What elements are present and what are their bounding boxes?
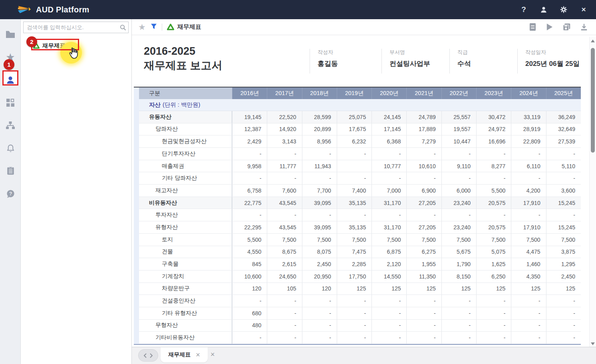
value-cell: 4,200 (511, 185, 546, 197)
value-cell: 7,600 (267, 185, 302, 197)
value-cell: 27,539 (546, 135, 581, 147)
value-cell: 2,450 (546, 271, 581, 282)
report-crumb-label: 재무제표 (177, 23, 201, 31)
row-label-cell: 매출제권 (139, 160, 232, 172)
download-icon[interactable] (580, 23, 588, 31)
favorite-star-icon[interactable]: ★ (138, 23, 146, 31)
value-cell: - (406, 320, 441, 332)
value-cell: - (511, 209, 546, 221)
value-cell: 23,240 (441, 197, 476, 209)
value-cell: - (267, 332, 302, 344)
value-cell: - (546, 172, 581, 184)
meta-block: 작성자홍길동 (310, 49, 338, 74)
table-row: 단기투자자산---------- (139, 148, 581, 160)
value-cell: - (546, 307, 581, 319)
column-header-year: 2024년 (511, 88, 546, 99)
value-cell: 6,250 (476, 271, 511, 282)
tab-next-icon[interactable] (150, 353, 153, 358)
value-cell: 20,575 (476, 197, 511, 209)
meta-value: 2025년 06월 25일 (525, 59, 580, 68)
tab-active[interactable]: 재무제표 × (161, 347, 208, 362)
value-cell: - (546, 320, 581, 332)
user-icon[interactable] (538, 4, 549, 15)
value-cell: 6,275 (406, 246, 441, 258)
document-icon[interactable] (529, 23, 536, 31)
value-cell: - (406, 172, 441, 184)
run-icon[interactable] (546, 23, 553, 31)
value-cell: - (476, 307, 511, 319)
value-cell: - (511, 172, 546, 184)
value-cell: 11,777 (267, 160, 302, 172)
value-cell: 24,650 (267, 271, 302, 282)
value-cell: - (337, 332, 372, 344)
value-cell: 25,075 (337, 111, 372, 123)
value-cell: - (511, 320, 546, 332)
value-cell: 7,475 (337, 246, 372, 258)
value-cell: 2,429 (232, 135, 267, 147)
row-label-cell: 유형자산 (139, 221, 232, 233)
value-cell: 5,500 (476, 185, 511, 197)
column-header-year: 2025년 (546, 88, 581, 99)
value-cell: 10,777 (372, 160, 406, 172)
value-cell: 3,143 (267, 135, 302, 147)
scrollbar-thumb[interactable] (591, 48, 595, 153)
value-cell: 480 (232, 320, 267, 332)
value-cell: - (267, 172, 302, 184)
close-icon[interactable]: × (578, 4, 589, 15)
value-cell: 1,790 (441, 258, 476, 270)
app-window: AUD Platform ? × ★ (0, 0, 596, 364)
value-cell: - (406, 209, 441, 221)
sidebar-item-dashboard[interactable] (0, 95, 21, 110)
value-cell: 31,170 (372, 197, 406, 209)
sidebar-item-orgchart[interactable] (0, 118, 21, 133)
tab-prev-icon[interactable] (143, 353, 147, 358)
value-cell: 6,368 (372, 135, 406, 147)
search-input[interactable] (24, 24, 118, 30)
sidebar-item-folder[interactable] (0, 27, 21, 42)
value-cell: 120 (232, 283, 267, 295)
table-row: 무형자산480--------- (139, 320, 581, 332)
scroll-down-arrow[interactable] (590, 340, 596, 347)
settings-icon[interactable] (558, 4, 569, 15)
value-cell: - (337, 172, 372, 184)
close-all-tabs-icon[interactable]: × (211, 351, 215, 358)
row-label-cell: 재고자산 (139, 185, 232, 197)
table-body: 유동자산19,14522,52028,59925,07524,14524,789… (139, 111, 581, 344)
value-cell: 8,675 (267, 246, 302, 258)
value-cell: - (302, 209, 337, 221)
save-icon[interactable] (562, 23, 571, 31)
sidebar-item-report[interactable] (0, 164, 21, 178)
sidebar-item-help[interactable]: ? (0, 187, 21, 201)
org-chart-icon (6, 121, 15, 130)
value-cell: 6,110 (511, 160, 546, 172)
value-cell: 22,775 (232, 197, 267, 209)
sidebar-item-user[interactable] (0, 73, 21, 87)
user-active-icon (6, 75, 15, 85)
tab-close-icon[interactable]: × (196, 351, 200, 358)
toolbar-actions (529, 23, 588, 31)
value-cell: 845 (232, 258, 267, 270)
search-icon[interactable] (118, 24, 128, 31)
value-cell: - (441, 295, 476, 307)
meta-block: 부서명컨설팅사업부 (381, 49, 430, 74)
value-cell: - (232, 209, 267, 221)
value-cell: 25,557 (441, 111, 476, 123)
value-cell: 7,000 (372, 185, 406, 197)
value-cell: 19,557 (441, 123, 476, 135)
value-cell: - (406, 307, 441, 319)
sidebar-item-notifications[interactable] (0, 141, 21, 155)
scroll-up-arrow[interactable] (590, 38, 596, 44)
value-cell: 35,135 (337, 221, 372, 233)
value-cell: - (406, 295, 441, 307)
value-cell: 3,875 (546, 246, 581, 258)
filter-icon[interactable] (151, 23, 157, 31)
logo-arrow-icon (17, 4, 31, 15)
help-icon[interactable]: ? (519, 4, 529, 15)
value-cell: - (476, 209, 511, 221)
vertical-scrollbar[interactable] (589, 37, 596, 348)
value-cell: 11,350 (406, 271, 441, 282)
value-cell: 1,625 (476, 258, 511, 270)
meta-block: 작성일자2025년 06월 25일 (517, 49, 580, 74)
value-cell: 125 (372, 283, 406, 295)
value-cell (337, 160, 372, 172)
